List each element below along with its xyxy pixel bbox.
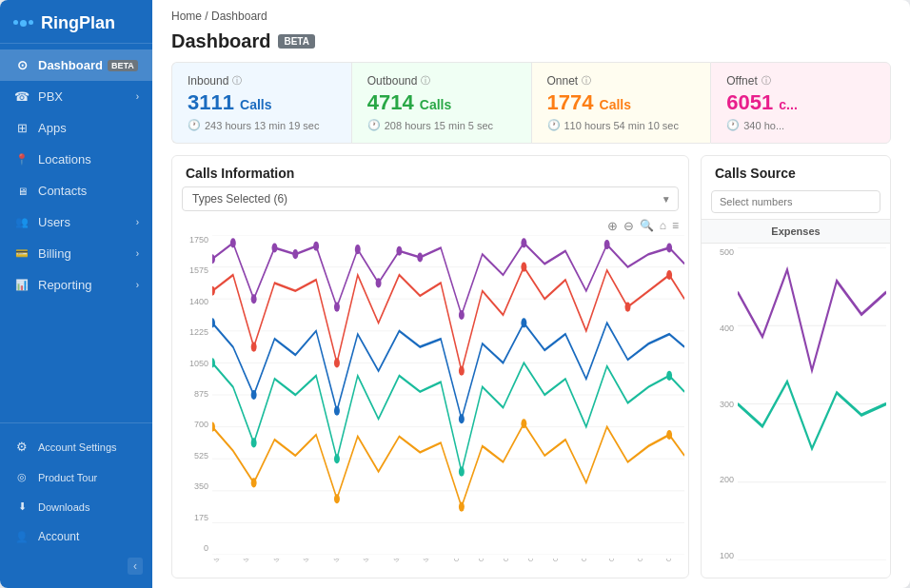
tour-icon: ◎ xyxy=(13,471,30,483)
source-x-axis xyxy=(738,564,886,578)
svg-point-24 xyxy=(604,240,610,249)
download-icon: ⬇ xyxy=(13,500,30,513)
page-title: Dashboard xyxy=(171,30,270,52)
sidebar-item-apps[interactable]: ⊞ Apps xyxy=(0,112,152,144)
svg-point-29 xyxy=(459,366,465,376)
svg-point-30 xyxy=(521,263,526,272)
chevron-right-icon: › xyxy=(136,280,139,290)
info-icon-onnet: ⓘ xyxy=(582,74,591,88)
svg-point-31 xyxy=(625,303,631,312)
stat-label-inbound: Inbound ⓘ xyxy=(188,74,336,88)
collapse-button[interactable]: ‹ xyxy=(128,558,143,575)
stat-label-onnet: Onnet ⓘ xyxy=(547,74,696,88)
zoom-in-icon[interactable]: ⊕ xyxy=(607,219,618,233)
sidebar-item-label: Dashboard xyxy=(38,58,103,72)
type-select-wrapper[interactable]: Types Selected (6) ▾ xyxy=(182,186,679,211)
locations-icon: 📍 xyxy=(13,153,30,166)
sidebar-item-label: Account xyxy=(38,530,79,543)
svg-point-32 xyxy=(666,270,672,280)
info-icon-outbound: ⓘ xyxy=(421,74,430,88)
main-content: Home / Dashboard Dashboard BETA Inbound … xyxy=(152,0,910,588)
sidebar: RingPlan ⊙ Dashboard BETA ☎ PBX › ⊞ Apps… xyxy=(0,0,152,588)
settings-icon: ⚙ xyxy=(13,440,30,454)
svg-point-25 xyxy=(666,243,672,252)
calls-source-title: Calls Source xyxy=(702,156,890,186)
svg-point-46 xyxy=(459,502,465,512)
svg-point-20 xyxy=(396,246,402,256)
stats-row: Inbound ⓘ 3111 Calls 🕐 243 hours 13 min … xyxy=(152,62,910,155)
sidebar-item-label: Account Settings xyxy=(38,441,117,453)
sidebar-item-account-settings[interactable]: ⚙ Account Settings xyxy=(0,431,152,462)
sidebar-item-label: Apps xyxy=(38,121,67,135)
contacts-icon: 🖥 xyxy=(13,186,30,197)
sidebar-item-label: Downloads xyxy=(38,501,89,513)
search-icon[interactable]: 🔍 xyxy=(640,219,654,233)
svg-point-47 xyxy=(521,419,526,428)
users-icon: 👥 xyxy=(13,216,30,228)
sidebar-item-users[interactable]: 👥 Users › xyxy=(0,206,152,238)
clock-icon: 🕐 xyxy=(547,119,561,131)
stat-value-onnet: 1774 Calls xyxy=(547,90,696,115)
sidebar-item-label: Locations xyxy=(38,152,91,167)
chart-area: 1750 1575 1400 1225 1050 875 700 525 350… xyxy=(172,235,688,578)
account-icon: 👤 xyxy=(13,531,30,543)
sidebar-bottom: ⚙ Account Settings ◎ Product Tour ⬇ Down… xyxy=(0,422,152,588)
reporting-icon: 📊 xyxy=(13,279,30,291)
svg-point-15 xyxy=(292,249,298,259)
page-beta-badge: BETA xyxy=(278,34,314,49)
svg-point-14 xyxy=(271,243,277,252)
sidebar-item-product-tour[interactable]: ◎ Product Tour xyxy=(0,462,152,492)
home-icon[interactable]: ⌂ xyxy=(660,219,666,233)
billing-icon: 💳 xyxy=(13,247,30,260)
svg-point-26 xyxy=(212,286,215,296)
svg-point-41 xyxy=(459,467,465,477)
source-search-input[interactable] xyxy=(711,190,880,213)
zoom-out-icon[interactable]: ⊖ xyxy=(623,219,634,233)
source-chart-inner xyxy=(738,247,886,574)
svg-point-34 xyxy=(251,390,257,400)
sidebar-item-account[interactable]: 👤 Account xyxy=(0,521,152,552)
type-select[interactable]: Types Selected (6) xyxy=(182,186,679,211)
pbx-icon: ☎ xyxy=(13,89,30,104)
app-name: RingPlan xyxy=(13,13,139,33)
sidebar-item-dashboard[interactable]: ⊙ Dashboard BETA xyxy=(0,49,152,81)
svg-point-13 xyxy=(251,294,257,304)
source-y-axis: 500 400 300 200 100 xyxy=(705,247,738,574)
svg-point-27 xyxy=(251,343,257,352)
logo: RingPlan xyxy=(0,0,152,44)
svg-point-22 xyxy=(459,310,465,320)
svg-point-36 xyxy=(459,414,465,423)
sidebar-item-pbx[interactable]: ☎ PBX › xyxy=(0,81,152,112)
sidebar-item-label: PBX xyxy=(38,89,63,104)
stat-value-inbound: 3111 Calls xyxy=(188,90,336,115)
stat-duration-inbound: 🕐 243 hours 13 min 19 sec xyxy=(188,119,336,131)
sidebar-item-downloads[interactable]: ⬇ Downloads xyxy=(0,492,152,521)
stat-label-offnet: Offnet ⓘ xyxy=(726,74,875,88)
sidebar-item-contacts[interactable]: 🖥 Contacts xyxy=(0,175,152,206)
svg-point-18 xyxy=(355,245,361,254)
sidebar-item-label: Contacts xyxy=(38,184,87,198)
calls-chart-svg xyxy=(212,235,684,555)
sidebar-item-reporting[interactable]: 📊 Reporting › xyxy=(0,269,152,301)
clock-icon: 🕐 xyxy=(726,119,740,131)
sidebar-item-label: Users xyxy=(38,215,70,229)
stat-duration-outbound: 🕐 208 hours 15 min 5 sec xyxy=(367,119,516,131)
svg-point-19 xyxy=(376,278,382,287)
svg-point-39 xyxy=(251,438,257,447)
stat-card-offnet: Offnet ⓘ 6051 c... 🕐 340 ho... xyxy=(710,62,891,144)
sidebar-item-locations[interactable]: 📍 Locations xyxy=(0,144,152,175)
clock-icon: 🕐 xyxy=(367,119,381,131)
chevron-right-icon: › xyxy=(136,91,139,102)
svg-point-21 xyxy=(417,252,423,262)
calls-source-section: Calls Source Expenses 500 400 300 200 10… xyxy=(701,155,891,578)
svg-point-23 xyxy=(521,238,526,247)
stat-card-outbound: Outbound ⓘ 4714 Calls 🕐 208 hours 15 min… xyxy=(351,62,531,144)
svg-point-12 xyxy=(230,238,236,247)
main-nav: ⊙ Dashboard BETA ☎ PBX › ⊞ Apps 📍 Locati… xyxy=(0,44,152,422)
info-icon-inbound: ⓘ xyxy=(232,74,242,88)
svg-point-42 xyxy=(666,371,672,381)
apps-icon: ⊞ xyxy=(13,121,30,135)
menu-icon[interactable]: ≡ xyxy=(672,219,679,233)
sidebar-item-billing[interactable]: 💳 Billing › xyxy=(0,238,152,269)
sidebar-item-label: Billing xyxy=(38,246,71,261)
